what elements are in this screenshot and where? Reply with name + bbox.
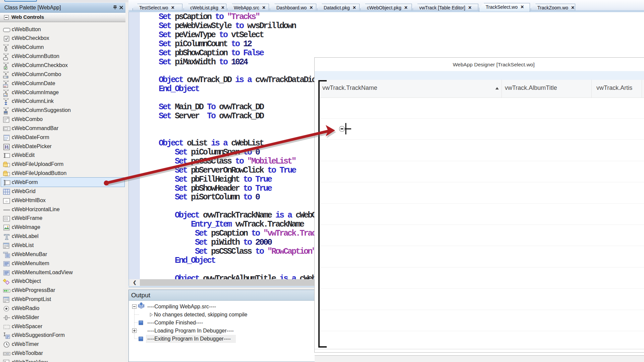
svg-text:‹›: ‹› xyxy=(5,218,7,220)
svg-text:‹›: ‹› xyxy=(5,199,8,203)
svg-text:31: 31 xyxy=(4,145,9,149)
